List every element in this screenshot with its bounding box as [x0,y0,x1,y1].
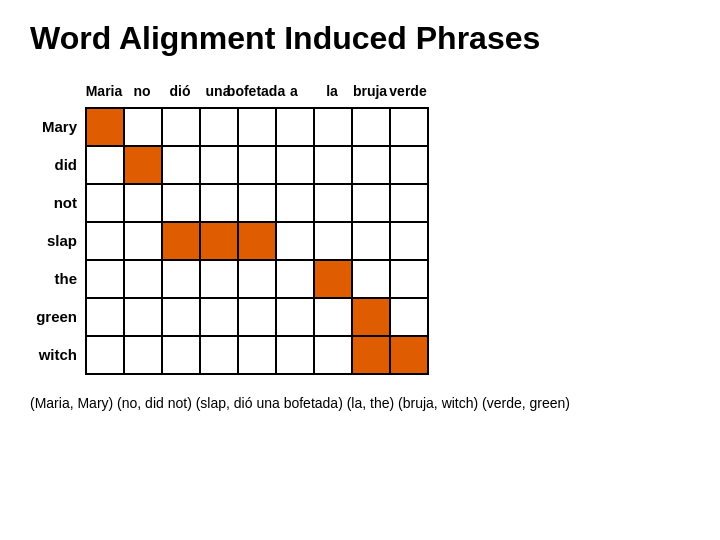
grid-cell [391,337,429,375]
table-row [87,337,429,375]
grid-cell [201,185,239,223]
row-label: green [30,297,85,335]
grid-cell [239,337,277,375]
grid-cell [163,337,201,375]
grid-cell [315,337,353,375]
col-header: dió [161,75,199,107]
col-header: bruja [351,75,389,107]
row-label: Mary [30,107,85,145]
grid-cell [239,299,277,337]
grid-rows [85,107,429,375]
grid-cell [125,337,163,375]
grid-cell [87,299,125,337]
grid-cell [277,261,315,299]
table-row [87,299,429,337]
table-row [87,147,429,185]
grid-cell [239,147,277,185]
grid-cell [391,185,429,223]
grid-cell [201,223,239,261]
alignment-diagram: Marydidnotslapthegreenwitch Marianodióun… [30,75,690,411]
grid-cell [353,147,391,185]
grid-cell [315,223,353,261]
grid-cell [239,109,277,147]
grid-cell [353,261,391,299]
grid-cell [201,109,239,147]
grid-cell [201,147,239,185]
grid-cell [87,223,125,261]
grid-cell [125,223,163,261]
grid-cell [87,337,125,375]
col-headers: Marianodióunabofetadaalabrujaverde [85,75,429,107]
row-label: the [30,259,85,297]
row-labels: Marydidnotslapthegreenwitch [30,107,85,373]
col-header: no [123,75,161,107]
grid-cell [239,261,277,299]
table-row [87,261,429,299]
grid-cell [277,223,315,261]
grid-cell [163,261,201,299]
row-label: slap [30,221,85,259]
table-row [87,185,429,223]
grid-cell [315,109,353,147]
grid-cell [391,223,429,261]
col-header: la [313,75,351,107]
row-label: not [30,183,85,221]
grid-cell [163,223,201,261]
grid-cell [163,299,201,337]
col-header: bofetada [237,75,275,107]
grid-cell [201,261,239,299]
grid-cell [201,337,239,375]
grid-cell [277,299,315,337]
page-title: Word Alignment Induced Phrases [30,20,690,57]
grid-cell [125,147,163,185]
grid-cell [277,337,315,375]
col-header: a [275,75,313,107]
col-header: Maria [85,75,123,107]
grid-cell [125,299,163,337]
grid-cell [201,299,239,337]
row-label: did [30,145,85,183]
grid-cell [391,147,429,185]
grid-cell [87,109,125,147]
grid-cell [391,261,429,299]
grid-cell [125,109,163,147]
grid-cell [391,109,429,147]
table-row [87,223,429,261]
grid-cell [353,299,391,337]
grid-cell [87,147,125,185]
grid-cell [353,185,391,223]
table-row [87,109,429,147]
grid-cell [277,147,315,185]
grid-cell [163,185,201,223]
grid-cell [353,337,391,375]
grid-section: Marianodióunabofetadaalabrujaverde [85,75,429,375]
row-label: witch [30,335,85,373]
col-header: verde [389,75,427,107]
grid-cell [163,147,201,185]
grid-cell [277,109,315,147]
grid-cell [315,185,353,223]
grid-cell [315,147,353,185]
grid-cell [391,299,429,337]
grid-cell [125,185,163,223]
grid-cell [87,185,125,223]
grid-cell [163,109,201,147]
grid-cell [315,299,353,337]
phrase-line: (Maria, Mary) (no, did not) (slap, dió u… [30,395,570,411]
grid-cell [239,223,277,261]
grid-cell [125,261,163,299]
grid-cell [87,261,125,299]
grid-cell [277,185,315,223]
grid-cell [353,109,391,147]
grid-cell [353,223,391,261]
grid-cell [239,185,277,223]
grid-cell [315,261,353,299]
